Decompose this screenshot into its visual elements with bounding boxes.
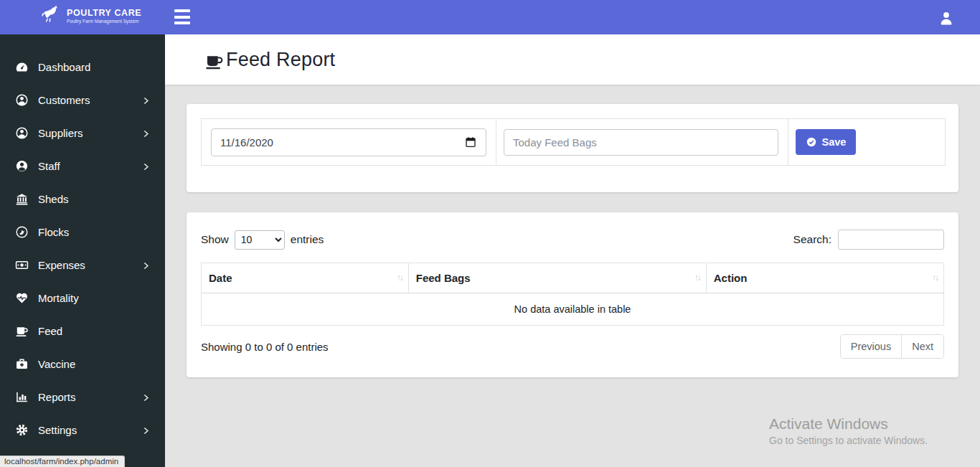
date-cell	[202, 119, 496, 165]
brand-logo[interactable]: POULTRY CARE Poultry Farm Management Sys…	[40, 3, 141, 30]
sidebar-item-label: Suppliers	[38, 127, 141, 139]
feed-bags-input[interactable]	[504, 129, 778, 156]
sort-arrows-icon: ↑↓	[694, 273, 700, 283]
chevron-right-icon	[141, 95, 151, 105]
mug-icon	[15, 324, 29, 338]
user-solid-circle-icon	[15, 159, 29, 173]
empty-table-row: No data available in table	[202, 293, 944, 326]
sidebar-item-mortality[interactable]: Mortality	[0, 281, 165, 314]
column-header-date[interactable]: Date ↑↓	[202, 263, 409, 293]
sidebar-item-label: Staff	[38, 160, 141, 172]
page-length-select[interactable]: 10	[235, 230, 285, 250]
feed-report-table: Date ↑↓ Feed Bags ↑↓ Action ↑↓ No data a…	[201, 263, 944, 326]
mug-icon	[204, 52, 224, 71]
browser-status-url: localhost/farm/index.php/admin	[0, 456, 125, 467]
column-header-feed-bags[interactable]: Feed Bags ↑↓	[408, 263, 706, 293]
sidebar-item-label: Flocks	[38, 226, 151, 238]
next-page-button[interactable]: Next	[901, 335, 943, 358]
sidebar-item-feed[interactable]: Feed	[0, 314, 165, 347]
feed-report-table-card: Show 10 entries Search: Date ↑↓	[187, 212, 958, 377]
main-content: Feed Report	[165, 34, 980, 467]
page-title-bar: Feed Report	[165, 34, 980, 85]
feed-entry-form: Save	[201, 118, 946, 166]
sidebar-item-staff[interactable]: Staff	[0, 149, 165, 182]
sidebar-item-customers[interactable]: Customers	[0, 83, 165, 116]
sidebar-item-label: Mortality	[38, 292, 151, 304]
entries-label: entries	[291, 233, 324, 246]
sidebar-item-sheds[interactable]: Sheds	[0, 182, 165, 215]
medkit-icon	[15, 357, 29, 371]
feed-entry-card: Save	[187, 104, 958, 192]
sort-arrows-icon: ↑↓	[932, 273, 938, 283]
column-header-action[interactable]: Action ↑↓	[706, 263, 943, 293]
watermark-line1: Activate Windows	[769, 415, 928, 433]
bank-icon	[15, 192, 29, 206]
brand-title: POULTRY CARE	[67, 9, 141, 18]
user-circle-icon	[15, 126, 29, 140]
sidebar-item-label: Expenses	[38, 259, 141, 271]
sidebar-item-settings[interactable]: Settings	[0, 413, 165, 446]
save-button[interactable]: Save	[796, 129, 856, 155]
brand-subtitle: Poultry Farm Management System	[67, 19, 141, 24]
table-search-input[interactable]	[838, 230, 944, 250]
sidebar-item-expenses[interactable]: Expenses	[0, 248, 165, 281]
sidebar-toggle-hamburger-icon[interactable]	[174, 9, 190, 24]
sidebar-item-dashboard[interactable]: Dashboard	[0, 50, 165, 83]
show-label: Show	[201, 233, 229, 246]
previous-page-button[interactable]: Previous	[841, 335, 901, 358]
table-info-text: Showing 0 to 0 of 0 entries	[201, 341, 329, 353]
activate-windows-watermark: Activate Windows Go to Settings to activ…	[769, 415, 928, 446]
sidebar-item-label: Dashboard	[38, 61, 151, 73]
feed-date-input[interactable]	[211, 128, 486, 156]
pagination: Previous Next	[840, 334, 944, 359]
save-cell: Save	[788, 119, 945, 165]
sidebar-nav: Dashboard Customers	[0, 34, 165, 467]
sort-arrows-icon: ↑↓	[397, 273, 402, 283]
search-label: Search:	[793, 233, 831, 246]
save-button-label: Save	[822, 136, 847, 148]
sidebar-item-label: Customers	[38, 94, 141, 106]
sidebar-item-label: Sheds	[38, 193, 151, 205]
sidebar-item-vaccine[interactable]: Vaccine	[0, 347, 165, 380]
sidebar-item-suppliers[interactable]: Suppliers	[0, 116, 165, 149]
empty-table-message: No data available in table	[202, 293, 944, 326]
heartbeat-icon	[15, 291, 29, 305]
sidebar-item-flocks[interactable]: Flocks	[0, 215, 165, 248]
user-account-icon[interactable]	[937, 9, 956, 27]
sidebar-item-label: Feed	[38, 325, 151, 337]
chevron-right-icon	[141, 425, 151, 435]
sidebar-item-reports[interactable]: Reports	[0, 380, 165, 413]
page-title: Feed Report	[226, 49, 335, 71]
gear-icon	[15, 423, 29, 437]
sidebar-item-label: Reports	[38, 391, 141, 403]
tachometer-icon	[15, 60, 29, 74]
chevron-right-icon	[141, 161, 151, 171]
top-navbar: POULTRY CARE Poultry Farm Management Sys…	[0, 0, 980, 34]
chevron-right-icon	[141, 392, 151, 402]
user-circle-icon	[15, 93, 29, 107]
table-search-control: Search:	[793, 230, 944, 250]
feed-bags-cell	[496, 119, 788, 165]
chevron-right-icon	[141, 260, 151, 270]
table-header-row: Date ↑↓ Feed Bags ↑↓ Action ↑↓	[202, 263, 944, 293]
check-circle-icon	[806, 136, 817, 148]
bar-chart-icon	[15, 390, 29, 404]
entries-length-control: Show 10 entries	[201, 230, 324, 250]
chevron-right-icon	[141, 128, 151, 138]
money-bill-icon	[15, 258, 29, 272]
rooster-logo-icon	[40, 3, 62, 30]
watermark-line2: Go to Settings to activate Windows.	[769, 435, 928, 446]
sidebar-item-label: Vaccine	[38, 358, 151, 370]
sidebar-item-label: Settings	[38, 424, 141, 436]
bird-circle-icon	[15, 225, 29, 239]
brand-text: POULTRY CARE Poultry Farm Management Sys…	[67, 9, 141, 24]
